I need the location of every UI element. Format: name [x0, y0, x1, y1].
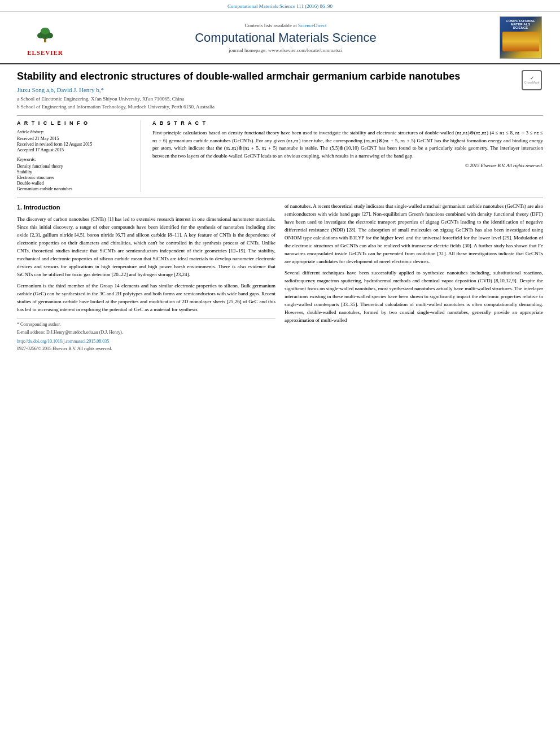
body-column-left: 1. Introduction The discovery of carbon …: [17, 203, 275, 353]
author-affiliations: a School of Electronic Engineering, Xi'a…: [17, 95, 515, 111]
keywords-section: Keywords: Density functional theory Stab…: [17, 157, 132, 191]
journal-cover-section: COMPUTATIONAL MATERIALS SCIENCE: [492, 16, 549, 59]
issn-note: 0927-0256/© 2015 Elsevier B.V. All right…: [17, 346, 275, 352]
keyword-1: Density functional theory: [17, 164, 132, 169]
crossmark-section: ✓ CrossMark: [520, 70, 543, 90]
journal-ref-bar: Computational Materials Science 111 (201…: [0, 0, 560, 12]
article-info-heading: A R T I C L E I N F O: [17, 120, 132, 126]
crossmark-icon: ✓ CrossMark: [522, 70, 542, 90]
corresponding-author-note: * Corresponding author.: [17, 321, 275, 328]
received-date: Received 21 May 2015: [17, 136, 132, 141]
keyword-3: Electronic structures: [17, 175, 132, 180]
article-info-column: A R T I C L E I N F O Article history: R…: [17, 120, 141, 192]
accepted-date: Accepted 17 August 2015: [17, 147, 132, 152]
article-title-section: Stability and electronic structures of d…: [17, 70, 543, 116]
revised-date: Received in revised form 12 August 2015: [17, 142, 132, 147]
journal-reference: Computational Materials Science 111 (201…: [228, 3, 333, 9]
doi-link: http://dx.doi.org/10.1016/j.commatsci.20…: [17, 338, 275, 345]
keyword-2: Stability: [17, 169, 132, 174]
keyword-5: Germanium carbide nanotubes: [17, 186, 132, 191]
elsevier-logo-section: ELSEVIER: [11, 20, 79, 56]
body-para-3: of nanotubes. A recent theoretical study…: [285, 203, 543, 266]
abstract-text: First-principle calculations based on de…: [152, 129, 543, 160]
svg-point-4: [41, 28, 50, 34]
journal-homepage: journal homepage: www.elsevier.com/locat…: [79, 47, 492, 53]
elsevier-wordmark: ELSEVIER: [27, 49, 63, 56]
keywords-label: Keywords:: [17, 157, 132, 162]
email-note: E-mail address: D.J.Henry@murdoch.edu.au…: [17, 329, 275, 336]
body-divider: [17, 198, 543, 198]
article-meta-section: A R T I C L E I N F O Article history: R…: [17, 120, 543, 192]
section1-title: 1. Introduction: [17, 203, 275, 212]
article-title-block: Stability and electronic structures of d…: [17, 70, 515, 111]
abstract-column: A B S T R A C T First-principle calculat…: [152, 120, 543, 192]
article-title: Stability and electronic structures of d…: [17, 70, 515, 83]
keyword-4: Double-walled: [17, 181, 132, 186]
elsevier-logo: [20, 20, 71, 48]
sciencedirect-link[interactable]: ScienceDirect: [298, 23, 326, 28]
body-para-2: Germanium is the third member of the Gro…: [17, 282, 275, 314]
affiliation-b: b School of Engineering and Information …: [17, 103, 515, 111]
sciencedirect-label: Contents lists available at ScienceDirec…: [79, 23, 492, 28]
authors-line: Jiuxu Song a,b, David J. Henry b,*: [17, 86, 515, 93]
body-para-1: The discovery of carbon nanotubes (CNTs)…: [17, 216, 275, 279]
journal-cover-image: COMPUTATIONAL MATERIALS SCIENCE: [500, 16, 542, 59]
body-para-4: Several different techniques have been s…: [285, 269, 543, 325]
body-columns: 1. Introduction The discovery of carbon …: [17, 203, 543, 353]
cover-title-text: COMPUTATIONAL MATERIALS SCIENCE: [506, 19, 535, 29]
body-column-right: of nanotubes. A recent theoretical study…: [285, 203, 543, 353]
article-container: Stability and electronic structures of d…: [0, 64, 560, 359]
abstract-heading: A B S T R A C T: [152, 120, 543, 126]
affiliation-a: a School of Electronic Engineering, Xi'a…: [17, 95, 515, 103]
journal-title: Computational Materials Science: [79, 30, 492, 45]
journal-header: ELSEVIER Contents lists available at Sci…: [0, 12, 560, 64]
elsevier-tree-icon: [28, 25, 62, 42]
journal-title-section: Contents lists available at ScienceDirec…: [79, 23, 492, 53]
copyright-notice: © 2015 Elsevier B.V. All rights reserved…: [152, 163, 543, 168]
history-label: Article history:: [17, 129, 132, 134]
footnote-section: * Corresponding author. E-mail address: …: [17, 318, 275, 353]
